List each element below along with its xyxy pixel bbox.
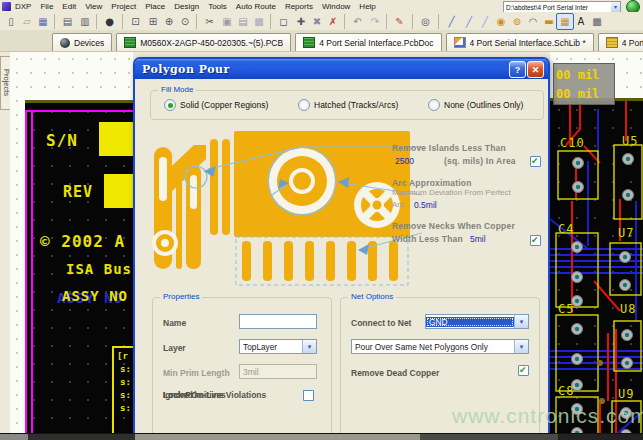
zoom-area-icon[interactable]: ⊞ xyxy=(145,14,161,29)
zoom-document-icon[interactable]: ⊡ xyxy=(122,14,145,29)
arc-approximation-annotation: Arc Approximation Maximum Deviation From… xyxy=(392,178,544,212)
measurement-overlay: 00 mil 00 mil xyxy=(553,63,615,105)
connect-to-net-label: Connect to Net xyxy=(351,318,411,328)
name-input[interactable] xyxy=(239,314,317,329)
dxp-logo-icon xyxy=(2,2,11,11)
select-area-icon[interactable]: ◻ xyxy=(270,14,293,29)
dialog-title: Polygon Pour xyxy=(135,63,230,76)
place-track-icon[interactable]: ╱ xyxy=(438,14,461,29)
measure-line-2: 00 mil xyxy=(556,85,614,104)
radio-label: Solid (Copper Regions) xyxy=(180,100,268,110)
fill-mode-option[interactable]: None (Outlines Only) xyxy=(428,99,523,111)
copper-fill-rect xyxy=(99,122,133,156)
menu-item[interactable]: Project xyxy=(111,2,136,11)
menu-items: DXPFileEditViewProjectPlaceDesignToolsAu… xyxy=(15,2,376,11)
save-file-icon[interactable]: ▦ xyxy=(35,14,51,29)
place-string-icon[interactable]: A xyxy=(573,14,589,29)
place-component-icon[interactable]: ▩ xyxy=(589,14,605,29)
deselect-icon[interactable]: ✖ xyxy=(309,14,325,29)
close-button[interactable]: ✕ xyxy=(527,61,544,78)
place-keepout-icon[interactable]: ╱ xyxy=(461,14,477,29)
layer-combo[interactable]: TopLayer ▾ xyxy=(239,339,317,354)
tab-icon xyxy=(454,37,466,48)
connect-to-net-combo[interactable]: GND ▾ xyxy=(425,314,529,329)
tab-devices[interactable]: Devices xyxy=(52,33,112,51)
silkscreen-copyright: © 2002 A xyxy=(40,232,125,251)
checkbox-icon[interactable] xyxy=(303,390,314,401)
place-arc-icon[interactable]: ◠ xyxy=(525,14,541,29)
redo-icon[interactable]: ↷ xyxy=(367,14,383,29)
menu-item[interactable]: Window xyxy=(322,2,350,11)
tab-icon xyxy=(303,37,315,48)
pour-over-combo[interactable]: Pour Over Same Net Polygons Only ▾ xyxy=(351,339,529,354)
help-button[interactable]: ? xyxy=(509,61,526,78)
paste-icon[interactable]: ▤ xyxy=(235,14,251,29)
combo-dropdown-icon[interactable]: ▾ xyxy=(302,340,316,353)
table-line: s: xyxy=(120,377,133,387)
cut-icon[interactable]: ✂ xyxy=(196,14,219,29)
devices-view-icon[interactable]: ● xyxy=(96,14,119,29)
print-preview-icon[interactable]: ▥ xyxy=(77,14,93,29)
tab-label: M0560X-2AGP-450-020305.~(5).PCB xyxy=(140,38,283,48)
interactive-routing-icon[interactable]: ✎ xyxy=(386,14,409,29)
tab-schlib[interactable]: 4 Port Serial Interface.SchLib * xyxy=(446,33,594,51)
silkscreen-sn: S/N xyxy=(46,131,78,150)
tab-pcb-m0560x[interactable]: M0560X-2AGP-450-020305.~(5).PCB xyxy=(116,33,291,51)
remove-dead-copper-checkbox[interactable] xyxy=(518,365,529,376)
radio-label: Hatched (Tracks/Arcs) xyxy=(314,100,398,110)
print-icon[interactable]: ▤ xyxy=(54,14,77,29)
necks-value[interactable]: 5mil xyxy=(470,234,486,244)
islands-value[interactable]: 2500 xyxy=(395,156,414,166)
zoom-in-icon[interactable]: ⊕ xyxy=(161,14,177,29)
fill-mode-option[interactable]: Hatched (Tracks/Arcs) xyxy=(298,99,398,111)
combo-dropdown-icon[interactable]: ▾ xyxy=(611,2,620,12)
zoom-out-icon[interactable]: ⊙ xyxy=(177,14,193,29)
radio-icon xyxy=(428,99,440,111)
menu-item[interactable]: Reports xyxy=(285,2,313,11)
arc-value[interactable]: 0.5mil xyxy=(414,200,437,210)
menu-item[interactable]: File xyxy=(40,2,53,11)
arc-line: Maximum Deviation From Perfect xyxy=(392,188,544,197)
fill-mode-caption: Fill Mode xyxy=(158,85,196,94)
paste-array-icon[interactable]: ▩ xyxy=(251,14,267,29)
move-object-icon[interactable]: ✚ xyxy=(293,14,309,29)
fill-mode-option[interactable]: Solid (Copper Regions) xyxy=(164,99,268,111)
necks-checkbox[interactable] xyxy=(530,235,541,246)
table-line: s: xyxy=(120,390,133,400)
menu-item[interactable]: Tools xyxy=(208,2,227,11)
menu-item[interactable]: Help xyxy=(359,2,375,11)
name-label: Name xyxy=(163,318,186,328)
remove-islands-annotation: Remove Islands Less Than 2500 (sq. mils)… xyxy=(392,143,544,168)
properties-group: Properties Name Layer TopLayer ▾ Min Pri… xyxy=(152,297,332,440)
menu-item[interactable]: Design xyxy=(174,2,199,11)
place-via-icon[interactable]: ⊚ xyxy=(509,14,525,29)
place-pad-icon[interactable]: ◉ xyxy=(493,14,509,29)
place-fill-icon[interactable]: ▬ xyxy=(541,14,557,29)
table-lines: s:s:s:s: xyxy=(117,364,133,413)
pcb-board-left[interactable]: S/N REV © 2002 A ISA Bus ASSY NO ASSY NO… xyxy=(25,100,133,440)
tab-uart-lib[interactable]: 4 Port UART and Line Drivers. xyxy=(598,33,643,51)
place-multilayer-icon[interactable]: ╱ xyxy=(477,14,493,29)
menu-item[interactable]: Auto Route xyxy=(236,2,276,11)
combo-dropdown-icon[interactable]: ▾ xyxy=(514,315,528,328)
menu-item[interactable]: Edit xyxy=(62,2,76,11)
undo-icon[interactable]: ↶ xyxy=(344,14,367,29)
islands-checkbox[interactable] xyxy=(530,156,541,167)
document-path-value: D:\abdtest\4 Port Serial Inter xyxy=(504,4,611,11)
open-folder-icon[interactable]: ▱ xyxy=(19,14,35,29)
silkscreen-isa: ISA Bus xyxy=(66,261,132,277)
menu-item[interactable]: Place xyxy=(145,2,165,11)
copy-icon[interactable]: ▣ xyxy=(219,14,235,29)
tab-label: 4 Port UART and Line Drivers. xyxy=(622,38,643,48)
properties-caption: Properties xyxy=(160,292,202,301)
menu-item[interactable]: View xyxy=(85,2,102,11)
menu-item[interactable]: DXP xyxy=(15,2,31,11)
combo-dropdown-icon[interactable]: ▾ xyxy=(514,340,528,353)
clear-filter-icon[interactable]: ✗ xyxy=(325,14,341,29)
tab-pcbdoc[interactable]: 4 Port Serial Interface.PcbDoc xyxy=(295,33,441,51)
find-similar-icon[interactable]: ◎ xyxy=(412,14,435,29)
dialog-title-bar[interactable]: Polygon Pour xyxy=(135,59,548,79)
property-checkbox-row[interactable]: Ignore On-Line Violations xyxy=(163,390,323,403)
new-file-icon[interactable]: ▯ xyxy=(3,14,19,29)
place-polygon-icon[interactable]: ▦ xyxy=(557,14,573,29)
